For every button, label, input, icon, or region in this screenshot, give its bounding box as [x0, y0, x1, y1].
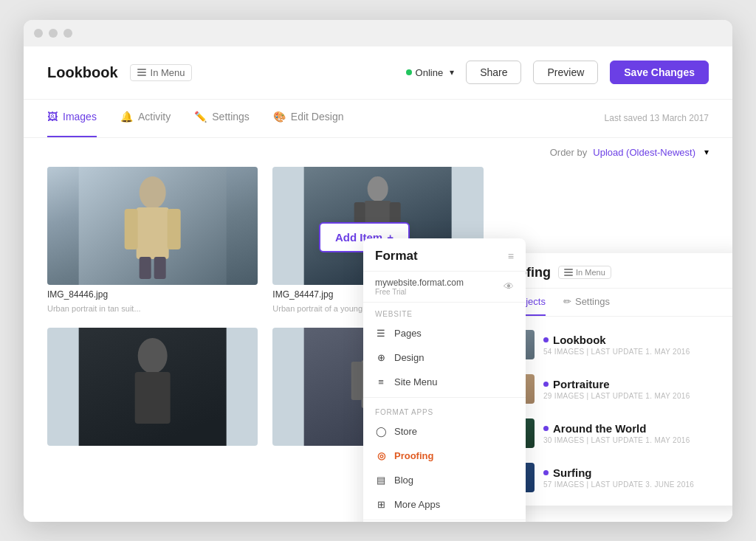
menu-icon [137, 67, 147, 77]
svg-rect-1 [137, 72, 146, 73]
tab-images[interactable]: 🖼 Images [47, 100, 97, 137]
proofing-icon: ◎ [375, 450, 387, 461]
browser-content: Lookbook In Menu Online ▾ Share Preview [24, 46, 732, 522]
image-thumb-1 [47, 167, 258, 285]
traffic-light-close[interactable] [34, 29, 43, 38]
eye-icon[interactable]: 👁 [504, 280, 514, 292]
design-icon: ⊕ [375, 352, 387, 363]
project-dot-lookbook [543, 337, 549, 342]
page-title: Lookbook [47, 64, 118, 81]
traffic-light-maximize[interactable] [63, 29, 72, 38]
chevron-down-icon: ▾ [450, 67, 454, 77]
image-thumb-4 [47, 328, 258, 446]
last-saved-label: Last saved 13 March 2017 [605, 113, 709, 123]
store-icon: ◯ [375, 426, 387, 437]
tab-edit-design[interactable]: 🎨 Edit Design [273, 100, 344, 137]
browser-titlebar [24, 20, 732, 46]
man-dark-figure [47, 328, 258, 446]
traffic-light-minimize[interactable] [49, 29, 58, 38]
site-menu-icon: ≡ [375, 376, 387, 387]
format-url-row: mywebsite.format.com Free Trial 👁 [363, 272, 526, 303]
format-nav-blog[interactable]: ▤ Blog [363, 468, 526, 492]
svg-point-11 [368, 176, 388, 201]
svg-rect-30 [564, 275, 573, 276]
svg-rect-0 [137, 69, 146, 70]
proofing-menu-icon [564, 268, 573, 277]
edit-design-tab-icon: 🎨 [273, 111, 286, 123]
format-title: Format [375, 249, 418, 263]
image-card-4[interactable] [47, 328, 258, 455]
proofing-in-menu-badge[interactable]: In Menu [558, 266, 611, 279]
in-menu-badge[interactable]: In Menu [130, 64, 192, 81]
svg-rect-9 [154, 257, 166, 279]
format-nav-pages[interactable]: ☰ Pages [363, 321, 526, 345]
activity-tab-icon: 🔔 [120, 111, 133, 123]
settings-tab-icon: ✏️ [194, 111, 207, 123]
save-changes-button[interactable]: Save Changes [610, 61, 709, 84]
toolbar-row: Order by Upload (Oldest-Newest) ▾ [24, 138, 732, 167]
format-nav-store[interactable]: ◯ Store [363, 419, 526, 444]
svg-rect-23 [351, 362, 362, 400]
blog-icon: ▤ [375, 475, 387, 486]
tab-settings[interactable]: ✏️ Settings [194, 100, 250, 137]
svg-point-18 [138, 338, 168, 373]
format-nav-more-apps[interactable]: ⊞ More Apps [363, 492, 526, 517]
svg-rect-7 [168, 209, 181, 249]
project-info-surfing: Surfing 57 IMAGES | LAST UPDATE 3. JUNE … [543, 466, 732, 489]
tab-activity[interactable]: 🔔 Activity [120, 100, 171, 137]
svg-rect-6 [125, 209, 138, 249]
format-section-website: WEBSITE [363, 303, 526, 321]
svg-rect-28 [564, 269, 573, 270]
format-divider-2 [363, 520, 526, 520]
project-name-world: Around the World [553, 422, 646, 435]
svg-rect-19 [135, 372, 171, 424]
format-url-sub: Free Trial [375, 288, 464, 296]
format-section-apps: FORMAT APPS [363, 401, 526, 419]
image-desc-1: Urban portrait in tan suit... [47, 304, 258, 313]
proofing-in-menu-label: In Menu [576, 268, 605, 277]
format-divider-1 [363, 397, 526, 398]
image-card-1[interactable]: IMG_84446.jpg Urban portrait in tan suit… [47, 167, 258, 313]
svg-rect-29 [564, 272, 573, 273]
man-suit-figure [47, 167, 258, 285]
project-info-portraiture: Portraiture 29 IMAGES | LAST UPDATE 1. M… [543, 378, 732, 400]
tabs-bar: 🖼 Images 🔔 Activity ✏️ Settings 🎨 Edit D… [24, 100, 732, 138]
proofing-tab-settings[interactable]: ✏ Settings [563, 289, 610, 316]
image-name-1: IMG_84446.jpg [47, 289, 258, 300]
online-dot [406, 69, 412, 75]
settings-tab-icon: ✏ [563, 296, 571, 307]
format-nav-design[interactable]: ⊕ Design [363, 345, 526, 370]
project-dot-world [543, 426, 549, 431]
order-chevron-icon: ▾ [704, 147, 709, 157]
project-name-surfing: Surfing [553, 466, 592, 479]
pages-icon: ☰ [375, 328, 387, 339]
browser-window: Lookbook In Menu Online ▾ Share Preview [24, 20, 732, 522]
project-dot-surfing [543, 470, 549, 475]
svg-rect-8 [140, 257, 151, 279]
images-tab-icon: 🖼 [47, 111, 58, 123]
format-nav-site-menu[interactable]: ≡ Site Menu [363, 370, 526, 394]
project-meta-surfing: 57 IMAGES | LAST UPDATE 3. JUNE 2016 [543, 480, 732, 489]
format-nav-proofing[interactable]: ◎ Proofing [363, 444, 526, 468]
svg-rect-5 [137, 207, 169, 259]
svg-rect-2 [137, 75, 146, 76]
project-dot-portraiture [543, 382, 549, 387]
format-header: Format ≡ [363, 238, 526, 272]
online-indicator[interactable]: Online ▾ [406, 67, 455, 78]
format-menu-icon[interactable]: ≡ [508, 250, 514, 262]
project-info-world: Around the World 30 IMAGES | LAST UPDATE… [543, 422, 732, 444]
in-menu-label: In Menu [151, 67, 185, 78]
project-meta-portraiture: 29 IMAGES | LAST UPDATE 1. MAY 2016 [543, 392, 732, 400]
share-button[interactable]: Share [466, 61, 521, 84]
project-meta-lookbook: 54 IMAGES | LAST UPDATE 1. MAY 2016 [543, 348, 732, 356]
online-status: Online [416, 67, 444, 78]
format-panel: Format ≡ mywebsite.format.com Free Trial… [363, 238, 526, 522]
svg-point-4 [140, 176, 166, 209]
project-meta-world: 30 IMAGES | LAST UPDATE 1. MAY 2016 [543, 436, 732, 444]
preview-button[interactable]: Preview [533, 61, 598, 84]
top-bar: Lookbook In Menu Online ▾ Share Preview [24, 46, 732, 100]
format-url[interactable]: mywebsite.format.com [375, 278, 464, 288]
order-by-label: Order by [550, 147, 588, 158]
order-by-value[interactable]: Upload (Oldest-Newest) [593, 147, 695, 158]
more-apps-icon: ⊞ [375, 499, 387, 510]
